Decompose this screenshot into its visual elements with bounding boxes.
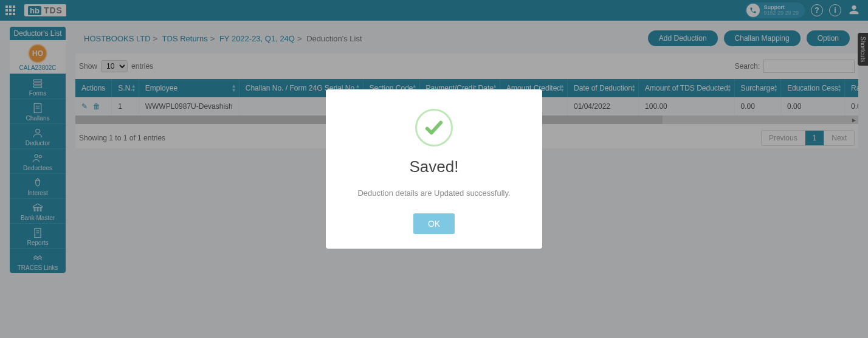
modal-message: Deduction details are Updated successful… (338, 188, 530, 198)
modal-title: Saved! (338, 157, 530, 176)
modal-ok-button[interactable]: OK (413, 213, 455, 234)
success-check-icon (415, 109, 453, 147)
saved-modal: Saved! Deduction details are Updated suc… (326, 89, 542, 249)
modal-overlay: Saved! Deduction details are Updated suc… (0, 0, 868, 338)
